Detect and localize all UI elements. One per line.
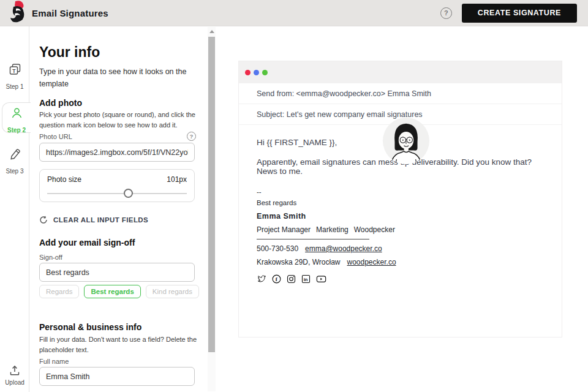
clear-all-button[interactable]: CLEAR ALL INPUT FIELDS	[39, 216, 148, 224]
email-body: Hi {{ FIRST_NAME }}, Apparently, email s…	[239, 125, 562, 287]
step-rail: T Step 1 Step 2 Step 3	[0, 26, 29, 392]
page: Email Signatures ? CREATE SIGNATURE T St…	[0, 0, 588, 392]
twitter-icon[interactable]	[257, 274, 266, 287]
suggestion-chip-kind-regards[interactable]: Kind regards	[146, 285, 199, 298]
scrollbar-up-arrow[interactable]	[209, 30, 214, 33]
signature-divider: --	[257, 187, 544, 197]
top-bar: Email Signatures ? CREATE SIGNATURE	[0, 0, 588, 26]
template-icon: T	[0, 63, 29, 78]
panel-scrollbar[interactable]	[208, 27, 216, 391]
youtube-icon[interactable]	[316, 274, 326, 287]
person-icon	[2, 107, 31, 122]
svg-text:f: f	[276, 276, 278, 282]
instagram-icon[interactable]	[287, 274, 296, 287]
avatar-illustration	[382, 117, 430, 165]
scrollbar-thumb[interactable]	[208, 37, 215, 352]
photo-size-card: Photo size 101px	[39, 169, 195, 202]
photo-size-label: Photo size	[47, 175, 81, 184]
upload-label: Upload	[0, 379, 29, 386]
step-3-label: Step 3	[6, 168, 24, 175]
photo-url-label: Photo URL	[39, 133, 72, 140]
brand[interactable]: Email Signatures	[0, 1, 108, 25]
signature-block: -- Best regards Emma Smith Project Manag…	[257, 187, 544, 287]
sign-off-label: Sign-off	[39, 254, 62, 261]
create-signature-button[interactable]: CREATE SIGNATURE	[462, 4, 577, 23]
step-3-item[interactable]: Step 3	[0, 148, 29, 176]
woodpecker-logo-icon	[8, 1, 27, 25]
step-2-label: Step 2	[7, 127, 26, 134]
full-name-label: Full name	[39, 358, 69, 365]
signature-phone: 500-730-530	[257, 244, 298, 253]
photo-url-input[interactable]	[39, 143, 195, 162]
signature-email-link[interactable]: emma@woodpecker.co	[305, 244, 382, 253]
suggestion-chip-regards[interactable]: Regards	[39, 285, 79, 298]
signature-contact-line: 500-730-530emma@woodpecker.co	[257, 244, 544, 254]
your-info-panel: Your info Type in your data to see how i…	[29, 26, 217, 392]
photo-url-help-icon[interactable]: ?	[187, 132, 196, 141]
signature-department: Marketing	[316, 225, 349, 234]
slider-thumb[interactable]	[124, 189, 133, 198]
signature-social-row: f in	[257, 274, 544, 287]
step-2-item-active[interactable]: Step 2	[2, 102, 31, 133]
signature-name: Emma Smith	[257, 211, 544, 222]
personal-info-description: Fill in your data. Don't want to use a f…	[39, 334, 197, 355]
preview-area: Send from: <emma@woodpecker.co> Emma Smi…	[217, 26, 588, 392]
signature-address: Krakowska 29D, Wrocław	[257, 258, 341, 266]
refresh-icon	[39, 216, 48, 224]
linkedin-icon[interactable]: in	[301, 274, 311, 287]
sign-off-input[interactable]	[39, 263, 195, 282]
pencil-icon	[0, 148, 29, 163]
signature-job-title: Project Manager	[257, 225, 311, 234]
suggestion-chip-best-regards[interactable]: Best regards	[84, 285, 140, 298]
window-dot-blue	[254, 70, 259, 75]
clear-all-label: CLEAR ALL INPUT FIELDS	[53, 216, 148, 224]
signature-website-link[interactable]: woodpecker.co	[347, 258, 396, 266]
window-dot-green	[262, 70, 268, 75]
step-1-label: Step 1	[6, 83, 24, 90]
full-name-input[interactable]	[39, 367, 195, 386]
send-from-row: Send from: <emma@woodpecker.co> Emma Smi…	[239, 83, 562, 104]
panel-title: Your info	[39, 44, 100, 61]
add-photo-heading: Add photo	[39, 98, 82, 108]
add-photo-description: Pick your best photo (square or round), …	[39, 110, 197, 130]
sign-off-heading: Add your email sign-off	[39, 238, 135, 247]
photo-size-value: 101px	[167, 175, 187, 184]
window-dot-red	[245, 70, 251, 75]
svg-text:T: T	[12, 68, 16, 74]
email-window-bar	[239, 61, 562, 83]
sign-off-suggestions: Regards Best regards Kind regards	[39, 285, 199, 298]
app-title: Email Signatures	[32, 8, 108, 18]
photo-size-slider[interactable]	[47, 193, 187, 194]
panel-subtitle: Type in your data to see how it looks on…	[39, 66, 194, 90]
top-bar-right: ? CREATE SIGNATURE	[440, 4, 588, 23]
upload-icon	[9, 368, 21, 379]
signature-company: Woodpecker	[354, 225, 395, 234]
signature-address-line: Krakowska 29D, Wrocławwoodpecker.co	[257, 257, 544, 267]
personal-info-heading: Personal & business info	[39, 322, 141, 332]
signature-sign-off: Best regards	[257, 198, 544, 208]
signature-rule	[257, 239, 369, 239]
help-icon[interactable]: ?	[440, 7, 452, 19]
svg-text:in: in	[304, 277, 308, 282]
facebook-icon[interactable]: f	[272, 274, 281, 287]
email-preview-card: Send from: <emma@woodpecker.co> Emma Smi…	[238, 61, 562, 337]
step-1-item[interactable]: T Step 1	[0, 63, 29, 91]
upload-item[interactable]: Upload	[0, 364, 29, 386]
signature-role-line: Project ManagerMarketingWoodpecker	[257, 225, 544, 235]
